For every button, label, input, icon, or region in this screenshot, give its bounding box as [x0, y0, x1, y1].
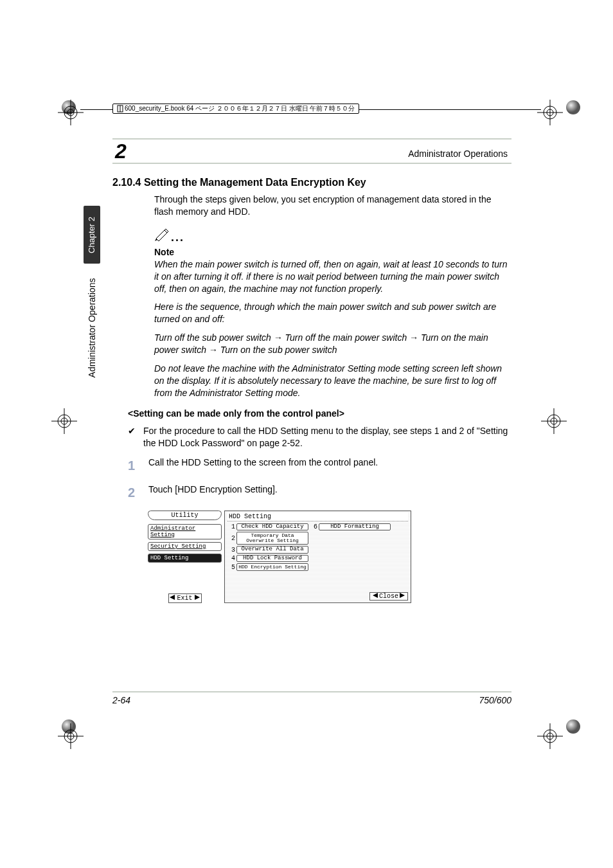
crop-sphere-icon [565, 719, 581, 737]
option-number: 2 [229, 535, 235, 542]
source-file-text: 600_security_E.book 64 ページ ２００６年１２月２７日 水… [125, 104, 355, 113]
step-item: 2 Touch [HDD Encryption Setting]. [128, 484, 511, 502]
panel-close-label: Close [379, 593, 398, 600]
panel-option: 3 Overwrite All Data [229, 546, 308, 553]
panel-exit-button[interactable]: Exit [168, 593, 202, 603]
svg-line-30 [164, 230, 167, 233]
step-text: Touch [HDD Encryption Setting]. [148, 484, 278, 496]
triangle-left-icon [170, 595, 175, 602]
page-footer: 2-64 750/600 [112, 691, 511, 705]
source-file-label: 600_security_E.book 64 ページ ２００６年１２月２７日 水… [112, 104, 359, 114]
bullet-item: ✔ For the procedure to call the HDD Sett… [128, 425, 511, 450]
intro-text: Through the steps given below, you set e… [154, 194, 511, 218]
page-number: 2-64 [112, 695, 130, 705]
panel-hdd-setting-button[interactable]: HDD Setting [148, 554, 222, 563]
panel-exit-label: Exit [177, 595, 192, 602]
registration-mark-icon [58, 100, 84, 125]
check-hdd-capacity-button[interactable]: Check HDD Capacity [236, 523, 308, 530]
triangle-right-icon [195, 595, 200, 602]
triangle-right-icon [400, 593, 405, 600]
note-paragraph: Turn off the sub power switch → Turn off… [154, 332, 511, 356]
model-number: 750/600 [479, 695, 511, 705]
option-number: 5 [229, 564, 235, 571]
step-text: Call the HDD Setting to the screen from … [148, 457, 378, 469]
step-item: 1 Call the HDD Setting to the screen fro… [128, 457, 511, 475]
note-paragraph: Do not leave the machine with the Admini… [154, 363, 511, 399]
running-header: 2 Administrator Operations [112, 138, 511, 164]
option-number: 6 [311, 523, 317, 530]
svg-marker-34 [400, 593, 405, 598]
hdd-encryption-setting-button[interactable]: HDD Encryption Setting [236, 563, 308, 571]
svg-point-3 [566, 719, 580, 734]
overwrite-all-data-button[interactable]: Overwrite All Data [236, 546, 308, 553]
panel-close-button[interactable]: Close [369, 592, 408, 601]
svg-point-1 [566, 100, 580, 114]
note-icon [154, 227, 171, 244]
svg-marker-32 [195, 595, 200, 600]
option-number: 1 [229, 523, 235, 530]
note-paragraph: When the main power switch is turned off… [154, 258, 511, 295]
panel-option: 5 HDD Encryption Setting [229, 563, 308, 571]
panel-utility-title: Utility [148, 511, 222, 520]
panel-right-title: HDD Setting [227, 512, 408, 521]
note-dots: ... [171, 231, 184, 244]
page-top-rule: 600_security_E.book 64 ページ ２００６年１２月２７日 水… [80, 109, 541, 110]
temp-data-overwrite-button[interactable]: Temporary Data Overwrite Setting [236, 532, 308, 545]
panel-option: 2 Temporary Data Overwrite Setting [229, 532, 308, 545]
chapter-tab: Chapter 2 [84, 206, 100, 264]
hdd-lock-password-button[interactable]: HDD Lock Password [236, 555, 308, 562]
svg-marker-33 [373, 593, 378, 598]
section-side-label: Administrator Operations [84, 270, 100, 386]
section-heading: 2.10.4 Setting the Management Data Encry… [112, 177, 511, 188]
header-section-name: Administrator Operations [408, 149, 508, 159]
note-paragraph: Here is the sequence, through which the … [154, 301, 511, 325]
registration-mark-icon [537, 100, 563, 125]
book-icon [117, 105, 123, 113]
svg-marker-31 [170, 595, 175, 600]
sub-heading: <Setting can be made only from the contr… [128, 408, 511, 419]
note-label: Note [154, 247, 511, 257]
lcd-screenshot: Utility Administrator Setting Security S… [148, 511, 411, 603]
option-number: 4 [229, 555, 235, 562]
triangle-left-icon [373, 593, 378, 600]
panel-option: 4 HDD Lock Password [229, 555, 308, 562]
hdd-formatting-button[interactable]: HDD Formatting [319, 523, 391, 530]
bullet-text: For the procedure to call the HDD Settin… [143, 425, 511, 450]
chapter-number: 2 [115, 141, 127, 161]
registration-mark-icon [58, 723, 84, 749]
registration-mark-icon [537, 723, 563, 749]
panel-admin-setting-button[interactable]: Administrator Setting [148, 524, 222, 539]
step-number: 1 [128, 457, 148, 475]
option-number: 3 [229, 547, 235, 554]
panel-option: 6 HDD Formatting [311, 523, 391, 530]
panel-security-setting-button[interactable]: Security Setting [148, 542, 222, 551]
panel-option: 1 Check HDD Capacity [229, 523, 308, 530]
checkmark-icon: ✔ [128, 425, 143, 450]
registration-mark-icon [541, 408, 567, 434]
registration-mark-icon [51, 408, 77, 434]
step-number: 2 [128, 484, 148, 502]
crop-sphere-icon [565, 100, 581, 118]
